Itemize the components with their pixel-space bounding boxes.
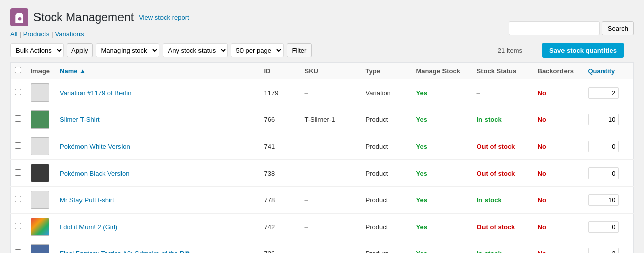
quantity-input[interactable] [588, 141, 619, 152]
nav-variations-link[interactable]: Variations [55, 30, 84, 38]
row-name-cell[interactable]: Pokémon Black Version [55, 160, 259, 187]
col-backorders-header: Backorders [533, 63, 583, 79]
row-image-cell [26, 79, 55, 106]
row-name-cell[interactable]: Mr Stay Puft t-shirt [55, 187, 259, 214]
row-sku-cell: – [300, 79, 360, 106]
row-quantity-cell[interactable] [583, 187, 634, 214]
table-row: Variation #1179 of Berlin 1179 – Variati… [11, 79, 634, 106]
save-stock-button[interactable]: Save stock quantities [542, 43, 624, 58]
col-manage-header: Manage Stock [411, 63, 472, 79]
product-name-link[interactable]: Slimer T-Shirt [60, 116, 100, 123]
sort-arrow-name: ▲ [79, 67, 85, 75]
product-name-link[interactable]: Variation #1179 of Berlin [60, 89, 131, 97]
row-quantity-cell[interactable] [583, 133, 634, 160]
row-backorders-cell: No [533, 160, 583, 187]
filter-button[interactable]: Filter [287, 43, 312, 57]
product-image [31, 164, 49, 182]
row-backorders-cell: No [533, 240, 583, 254]
quantity-input[interactable] [588, 87, 619, 99]
view-report-link[interactable]: View stock report [139, 14, 189, 21]
row-status-cell: – [472, 79, 533, 106]
table-row: Slimer T-Shirt 766 T-Slimer-1 Product Ye… [11, 106, 634, 133]
row-quantity-cell[interactable] [583, 240, 634, 254]
row-checkbox[interactable] [15, 223, 21, 229]
row-manage-cell: Yes [411, 240, 472, 254]
row-checkbox[interactable] [15, 196, 21, 202]
row-id-cell: 741 [259, 133, 300, 160]
table-row: I did it Mum! 2 (Girl) 742 – Product Yes… [11, 214, 634, 240]
row-image-cell [26, 240, 55, 254]
row-sku-cell: T-Slimer-1 [300, 106, 360, 133]
row-manage-cell: Yes [411, 214, 472, 240]
col-name-header[interactable]: Name ▲ [55, 63, 259, 79]
row-id-cell: 778 [259, 187, 300, 214]
row-sku-cell: – [300, 214, 360, 240]
page-icon [10, 8, 28, 26]
table-row: Pokémon White Version 741 – Product Yes … [11, 133, 634, 160]
row-quantity-cell[interactable] [583, 160, 634, 187]
product-image [31, 83, 49, 102]
row-type-cell: Product [360, 187, 411, 214]
col-type-header: Type [360, 63, 411, 79]
stock-table: Image Name ▲ ID SKU Type [10, 62, 634, 253]
row-type-cell: Product [360, 106, 411, 133]
apply-button[interactable]: Apply [67, 43, 93, 57]
row-backorders-cell: No [533, 106, 583, 133]
nav-products-link[interactable]: Products [23, 30, 49, 38]
quantity-input[interactable] [588, 221, 619, 233]
row-quantity-cell[interactable] [583, 106, 634, 133]
product-name-link[interactable]: Mr Stay Puft t-shirt [60, 196, 114, 204]
row-name-cell[interactable]: Final Fantasy Tactics A2: Grimoire of th… [55, 240, 259, 254]
row-name-cell[interactable]: Variation #1179 of Berlin [55, 79, 259, 106]
row-image-cell [26, 106, 55, 133]
row-backorders-cell: No [533, 187, 583, 214]
product-name-link[interactable]: Pokémon White Version [60, 143, 130, 150]
product-name-link[interactable]: Pokémon Black Version [60, 170, 129, 177]
toolbar: Bulk Actions Apply Managing stock Any st… [10, 43, 634, 57]
row-checkbox-cell [11, 79, 26, 106]
row-type-cell: Product [360, 160, 411, 187]
quantity-input[interactable] [588, 167, 619, 179]
select-all-header [11, 63, 26, 79]
row-manage-cell: Yes [411, 160, 472, 187]
row-status-cell: Out of stock [472, 133, 533, 160]
row-checkbox-cell [11, 106, 26, 133]
items-count: 21 items [498, 47, 522, 54]
row-quantity-cell[interactable] [583, 214, 634, 240]
product-name-link[interactable]: I did it Mum! 2 (Girl) [60, 223, 117, 231]
row-backorders-cell: No [533, 133, 583, 160]
row-checkbox[interactable] [15, 169, 21, 176]
row-checkbox-cell [11, 133, 26, 160]
row-status-cell: Out of stock [472, 214, 533, 240]
stock-status-select[interactable]: Any stock status [163, 43, 228, 57]
row-sku-cell: – [300, 187, 360, 214]
row-status-cell: Out of stock [472, 160, 533, 187]
row-name-cell[interactable]: I did it Mum! 2 (Girl) [55, 214, 259, 240]
quantity-input[interactable] [588, 114, 619, 125]
managing-stock-select[interactable]: Managing stock [96, 43, 159, 57]
per-page-select[interactable]: 50 per page [231, 43, 284, 57]
row-id-cell: 742 [259, 214, 300, 240]
col-quantity-header: Quantity [583, 63, 634, 79]
select-all-checkbox[interactable] [15, 67, 21, 73]
product-image [31, 218, 49, 236]
product-name-link[interactable]: Final Fantasy Tactics A2: Grimoire of th… [60, 250, 189, 254]
row-quantity-cell[interactable] [583, 79, 634, 106]
row-name-cell[interactable]: Slimer T-Shirt [55, 106, 259, 133]
search-button[interactable]: Search [602, 21, 634, 35]
search-input[interactable] [509, 21, 600, 35]
row-checkbox[interactable] [15, 142, 21, 149]
page-title: Stock Management [33, 12, 134, 23]
row-checkbox[interactable] [15, 249, 21, 253]
row-checkbox[interactable] [15, 89, 21, 95]
nav-all-link[interactable]: All [10, 30, 17, 38]
row-type-cell: Product [360, 240, 411, 254]
row-checkbox[interactable] [15, 115, 21, 122]
bulk-actions-select[interactable]: Bulk Actions [10, 43, 64, 57]
quantity-input[interactable] [588, 248, 619, 254]
row-name-cell[interactable]: Pokémon White Version [55, 133, 259, 160]
quantity-input[interactable] [588, 194, 619, 206]
nav-products: Products [23, 30, 49, 38]
row-manage-cell: Yes [411, 187, 472, 214]
table-row: Pokémon Black Version 738 – Product Yes … [11, 160, 634, 187]
